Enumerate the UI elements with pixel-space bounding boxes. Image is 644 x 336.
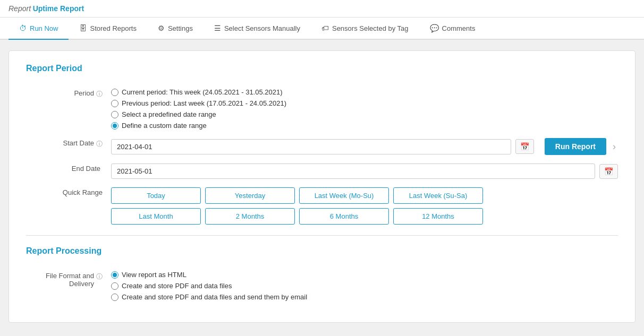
divider xyxy=(26,235,618,236)
file-radio-view-html[interactable] xyxy=(111,271,118,279)
end-date-input[interactable] xyxy=(111,163,595,179)
run-report-chevron[interactable]: › xyxy=(611,139,618,154)
period-options: Current period: This week (24.05.2021 - … xyxy=(111,88,618,130)
settings-icon: ⚙ xyxy=(158,24,165,32)
period-option-current-week[interactable]: Current period: This week (24.05.2021 - … xyxy=(111,88,618,96)
end-date-input-row: 📅 xyxy=(111,163,618,179)
tag-icon: 🏷 xyxy=(321,24,329,32)
nav-tabs: ⏱ Run Now 🗄 Stored Reports ⚙ Settings ☰ … xyxy=(0,18,644,40)
run-now-icon: ⏱ xyxy=(19,24,27,32)
start-date-input-row: 📅 Run Report › xyxy=(111,138,618,155)
period-radio-predefined[interactable] xyxy=(111,111,118,118)
end-date-label: End Date xyxy=(26,163,111,173)
period-row: Period ⓘ Current period: This week (24.0… xyxy=(26,88,618,130)
quick-range-last-month[interactable]: Last Month xyxy=(111,208,201,225)
start-date-info-icon[interactable]: ⓘ xyxy=(96,140,103,149)
file-format-label: File Format and Delivery ⓘ xyxy=(26,271,111,288)
file-option-view-html[interactable]: View report as HTML xyxy=(111,271,618,279)
quick-range-yesterday[interactable]: Yesterday xyxy=(205,187,295,204)
start-date-calendar-button[interactable]: 📅 xyxy=(515,139,534,154)
quick-range-label: Quick Range xyxy=(26,187,111,196)
tab-settings[interactable]: ⚙ Settings xyxy=(147,18,204,40)
file-option-create-pdf-email[interactable]: Create and store PDF and data files and … xyxy=(111,293,618,301)
end-date-calendar-button[interactable]: 📅 xyxy=(599,164,618,179)
tab-select-sensors[interactable]: ☰ Select Sensors Manually xyxy=(204,18,311,40)
period-label: Period ⓘ xyxy=(26,88,111,99)
period-info-icon[interactable]: ⓘ xyxy=(96,90,103,99)
start-date-input[interactable] xyxy=(111,139,511,154)
select-sensors-icon: ☰ xyxy=(214,24,221,32)
period-option-custom[interactable]: Define a custom date range xyxy=(111,122,618,130)
tab-sensors-by-tag[interactable]: 🏷 Sensors Selected by Tag xyxy=(311,18,419,40)
file-format-row: File Format and Delivery ⓘ View report a… xyxy=(26,271,618,301)
file-option-create-pdf[interactable]: Create and store PDF and data files xyxy=(111,282,618,290)
period-radio-custom[interactable] xyxy=(111,122,118,130)
end-date-content: 📅 xyxy=(111,163,618,179)
quick-range-2-months[interactable]: 2 Months xyxy=(205,208,295,225)
file-radio-create-pdf[interactable] xyxy=(111,282,118,290)
start-date-content: 📅 Run Report › xyxy=(111,138,618,155)
quick-range-last-week-mo-su[interactable]: Last Week (Mo-Su) xyxy=(299,187,389,204)
quick-range-last-week-su-sa[interactable]: Last Week (Su-Sa) xyxy=(393,187,483,204)
end-date-row: End Date 📅 xyxy=(26,163,618,179)
file-format-options: View report as HTML Create and store PDF… xyxy=(111,271,618,301)
run-report-button[interactable]: Run Report xyxy=(545,138,606,155)
main-content: Report Period Period ⓘ Current period: T… xyxy=(0,40,644,336)
comments-icon: 💬 xyxy=(430,24,439,32)
tab-comments[interactable]: 💬 Comments xyxy=(419,18,486,40)
quick-range-6-months[interactable]: 6 Months xyxy=(299,208,389,225)
start-date-row: Start Date ⓘ 📅 Run Report › xyxy=(26,138,618,155)
report-label: Report xyxy=(9,4,31,13)
period-radio-current-week[interactable] xyxy=(111,89,118,96)
period-option-previous-week[interactable]: Previous period: Last week (17.05.2021 -… xyxy=(111,99,618,107)
quick-range-row: Quick Range Today Yesterday Last Week (M… xyxy=(26,187,618,225)
page-header: Report Uptime Report xyxy=(0,0,644,18)
file-radio-create-pdf-email[interactable] xyxy=(111,294,118,301)
tab-stored-reports[interactable]: 🗄 Stored Reports xyxy=(69,18,147,40)
report-period-card: Report Period Period ⓘ Current period: T… xyxy=(9,50,635,323)
period-option-predefined[interactable]: Select a predefined date range xyxy=(111,110,618,118)
report-period-title: Report Period xyxy=(26,64,618,77)
quick-range-12-months[interactable]: 12 Months xyxy=(393,208,483,225)
quick-range-today[interactable]: Today xyxy=(111,187,201,204)
quick-range-grid: Today Yesterday Last Week (Mo-Su) Last W… xyxy=(111,187,483,225)
stored-reports-icon: 🗄 xyxy=(79,24,87,32)
report-title: Uptime Report xyxy=(33,4,84,13)
tab-run-now[interactable]: ⏱ Run Now xyxy=(9,18,69,40)
quick-range-content: Today Yesterday Last Week (Mo-Su) Last W… xyxy=(111,187,618,225)
start-date-label: Start Date ⓘ xyxy=(26,138,111,149)
file-format-info-icon[interactable]: ⓘ xyxy=(96,272,103,281)
report-processing-title: Report Processing xyxy=(26,246,618,260)
period-radio-previous-week[interactable] xyxy=(111,100,118,107)
